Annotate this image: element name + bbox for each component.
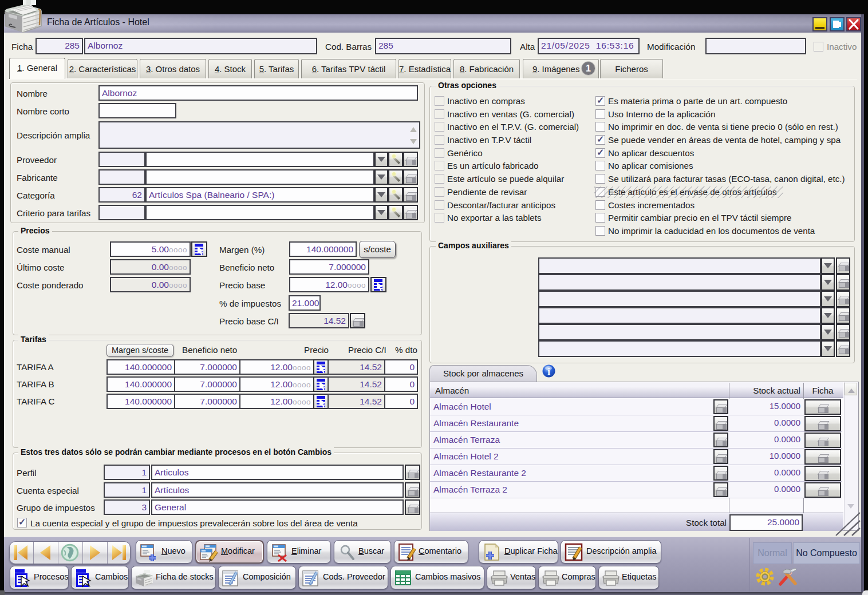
svg-text:i: i xyxy=(547,366,550,377)
